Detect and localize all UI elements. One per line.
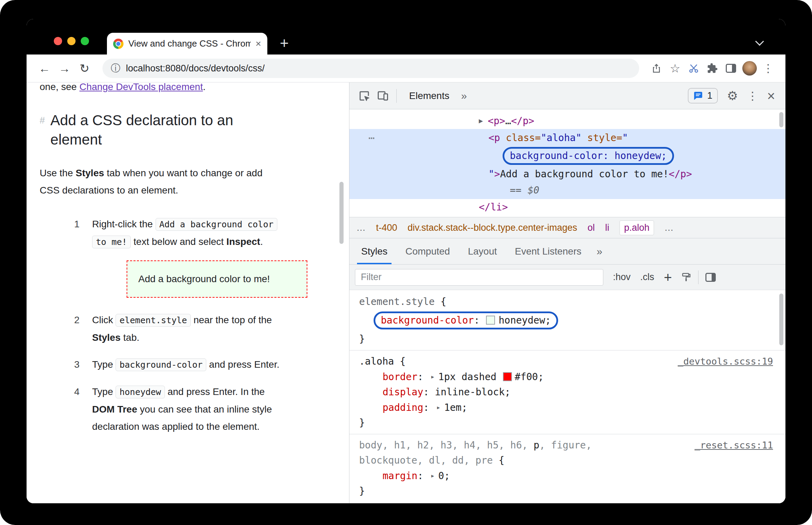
breadcrumb-overflow-left[interactable]: … xyxy=(356,222,366,233)
tab-list-chevron-icon[interactable] xyxy=(755,37,764,46)
css-property-value[interactable]: #f00; xyxy=(515,371,544,383)
declaration-line[interactable]: margin: ▸0; xyxy=(349,468,785,484)
close-brace: } xyxy=(359,417,365,428)
profile-avatar[interactable] xyxy=(741,60,758,77)
new-tab-button[interactable]: + xyxy=(276,33,293,53)
css-property-value[interactable]: 0; xyxy=(438,470,450,482)
inspect-element-icon[interactable] xyxy=(355,87,374,105)
declaration-line[interactable]: padding: ▸1em; xyxy=(349,400,785,415)
toggle-hover-state-button[interactable]: :hov xyxy=(613,272,631,283)
css-property-name[interactable]: background-color xyxy=(381,315,474,326)
dom-tag: </p> xyxy=(511,115,534,127)
dom-node-collapsed[interactable]: ▶<p>…</p> xyxy=(349,113,785,129)
dom-inner-text-line[interactable]: ">Add a background color to me!</p> xyxy=(349,166,785,182)
minimize-window-button[interactable] xyxy=(67,37,76,45)
node-more-actions-icon[interactable]: ⋯ xyxy=(368,132,375,144)
css-selector-unmatched: figure, xyxy=(551,439,592,451)
css-property-name[interactable]: padding xyxy=(383,402,423,413)
breadcrumb-item-selected[interactable]: p.aloh xyxy=(620,220,654,235)
declaration-line[interactable]: border: ▸1px dashed #f00; xyxy=(349,369,785,385)
more-panels-icon[interactable]: » xyxy=(458,90,471,102)
doc-scrollbar-thumb[interactable] xyxy=(339,182,344,244)
forward-button[interactable]: → xyxy=(56,59,73,77)
side-panel-icon[interactable] xyxy=(723,60,739,77)
tab-computed[interactable]: Computed xyxy=(396,238,459,264)
back-button[interactable]: ← xyxy=(36,59,53,77)
rule-selector-line[interactable]: body, h1, h2, h3, h4, h5, h6, p, figure,… xyxy=(349,438,785,453)
issues-counter-button[interactable]: 1 xyxy=(688,88,718,103)
expand-node-icon[interactable]: ▶ xyxy=(479,117,483,125)
browser-tab[interactable]: View and change CSS - Chrom × xyxy=(107,33,267,55)
source-link[interactable]: _devtools.scss:19 xyxy=(678,354,773,369)
bookmark-star-icon[interactable]: ☆ xyxy=(667,60,683,77)
styles-scrollbar-thumb[interactable] xyxy=(779,294,783,345)
change-devtools-placement-link[interactable]: Change DevTools placement xyxy=(79,82,203,92)
close-window-button[interactable] xyxy=(54,37,62,45)
heading-anchor-marker[interactable]: # xyxy=(40,111,45,149)
exp-shorthand-arrow-icon[interactable]: ▸ xyxy=(436,403,441,412)
declaration-line[interactable]: background-color: honeydew; xyxy=(349,311,785,329)
device-toolbar-icon[interactable] xyxy=(374,87,392,105)
inline-code: element.style xyxy=(116,314,191,327)
tab-layout[interactable]: Layout xyxy=(459,238,506,264)
equals-marker: == xyxy=(510,185,522,196)
toolbar-divider xyxy=(396,89,397,103)
share-button[interactable] xyxy=(648,60,665,77)
devtools-menu-icon[interactable]: ⋮ xyxy=(747,89,758,102)
dom-selected-marker-line: ==$0 xyxy=(349,182,785,198)
css-property-value[interactable]: 1em; xyxy=(444,402,467,413)
paint-roller-icon[interactable] xyxy=(681,272,691,283)
breadcrumb-item[interactable]: div.stack.stack--block.type.center-image… xyxy=(408,222,577,233)
css-property-value[interactable]: honeydew; xyxy=(498,315,551,326)
address-bar[interactable]: ⓘ localhost:8080/docs/devtools/css/ xyxy=(102,59,639,78)
dom-open-tag-line[interactable]: <p class="aloha" style=" xyxy=(349,130,785,146)
breadcrumb-item[interactable]: ol xyxy=(587,222,595,233)
doc-text: . xyxy=(260,236,263,247)
exp-shorthand-arrow-icon[interactable]: ▸ xyxy=(430,373,435,381)
css-selector-matched[interactable]: p xyxy=(534,439,539,451)
devtools-close-icon[interactable]: × xyxy=(767,89,775,103)
color-swatch-red[interactable] xyxy=(503,372,512,381)
css-property-name[interactable]: margin xyxy=(383,470,417,482)
scissors-extension-icon[interactable] xyxy=(685,60,702,77)
tab-event-listeners[interactable]: Event Listeners xyxy=(506,238,591,264)
css-property-value[interactable]: inline-block; xyxy=(435,386,511,398)
breadcrumb-item[interactable]: t-400 xyxy=(376,222,397,233)
more-tabs-icon[interactable]: » xyxy=(591,238,609,264)
extensions-puzzle-icon[interactable] xyxy=(704,60,721,77)
css-property-name[interactable]: display xyxy=(383,386,423,398)
dom-scrollbar-thumb[interactable] xyxy=(779,112,783,127)
tab-styles[interactable]: Styles xyxy=(352,238,396,264)
declaration-line[interactable]: display: inline-block; xyxy=(349,385,785,400)
css-selector[interactable]: .aloha xyxy=(359,356,394,367)
rule-selector-line[interactable]: .aloha {_devtools.scss:19 xyxy=(349,354,785,369)
css-property-name[interactable]: border xyxy=(383,371,417,383)
styles-filter-input[interactable] xyxy=(355,269,603,286)
dom-style-declaration-line[interactable]: background-color: honeydew; xyxy=(349,146,785,166)
step-item-2: 2 Click element.style near the top of th… xyxy=(74,311,349,346)
source-link[interactable]: _reset.scss:11 xyxy=(694,438,773,453)
dom-closing-li[interactable]: </li> xyxy=(349,199,785,215)
maximize-window-button[interactable] xyxy=(81,37,89,45)
step-number: 2 xyxy=(74,311,92,346)
rule-aloha: .aloha {_devtools.scss:19 border: ▸1px d… xyxy=(349,354,785,430)
breadcrumb-item[interactable]: li xyxy=(605,222,609,233)
tab-elements[interactable]: Elements xyxy=(401,90,458,101)
settings-gear-icon[interactable]: ⚙ xyxy=(727,90,738,102)
computed-sidebar-toggle-icon[interactable] xyxy=(705,273,716,282)
rule-selector-line[interactable]: element.style { xyxy=(349,294,785,309)
breadcrumb-overflow-right[interactable]: … xyxy=(664,222,674,233)
dom-node-selected[interactable]: ⋯ <p class="aloha" style=" background-co… xyxy=(349,129,785,199)
reload-button[interactable]: ↻ xyxy=(76,59,93,77)
site-info-icon[interactable]: ⓘ xyxy=(111,62,120,75)
tab-close-icon[interactable]: × xyxy=(256,39,261,49)
browser-menu-icon[interactable]: ⋮ xyxy=(760,60,776,77)
new-style-rule-button[interactable]: + xyxy=(664,270,672,284)
dom-attr-value: " xyxy=(488,168,494,180)
css-property-value[interactable]: 1px dashed xyxy=(438,371,502,383)
color-swatch-honeydew[interactable] xyxy=(486,316,495,325)
toggle-classes-button[interactable]: .cls xyxy=(640,272,654,283)
demo-target-element[interactable]: Add a background color to me! xyxy=(127,260,307,298)
element-style-selector[interactable]: element.style xyxy=(359,296,435,307)
exp-shorthand-arrow-icon[interactable]: ▸ xyxy=(430,472,435,480)
